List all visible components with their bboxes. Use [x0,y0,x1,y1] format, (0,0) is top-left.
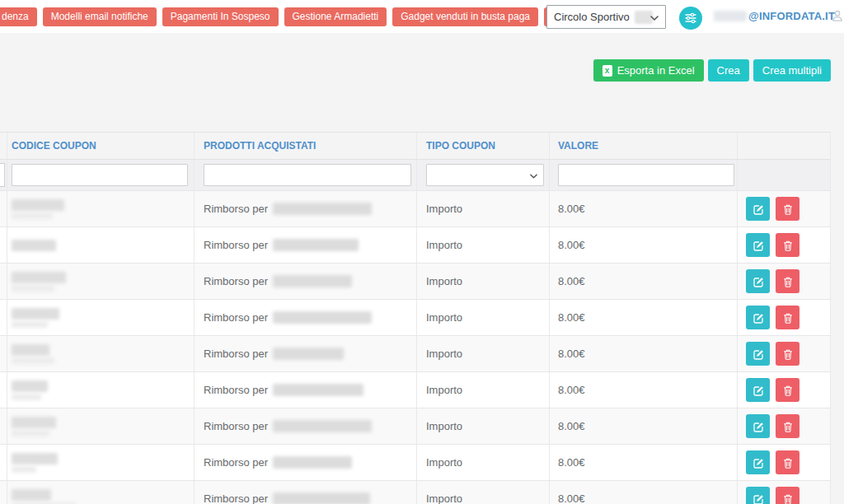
header-valore[interactable]: VALORE [558,140,598,152]
table-row: Rimborso per Importo 8.00€ [0,480,831,504]
filter-tipo-coupon-select[interactable] [426,164,544,186]
nav-button-pagamenti-sospeso[interactable]: Pagamenti In Sospeso [162,7,279,26]
valore-cell: 8.00€ [558,420,585,432]
chevron-down-icon [650,16,659,21]
valore-cell: 8.00€ [558,203,585,215]
user-account-link[interactable]: @INFORDATA.IT [714,10,835,22]
redacted-product [273,384,363,396]
coupons-table: CODICE COUPON PRODOTTI ACQUISTATI TIPO C… [0,132,831,504]
tipo-cell: Importo [426,239,462,251]
table-filter-row [0,160,831,190]
filter-prodotti-input[interactable] [204,164,411,186]
trash-icon [782,421,794,432]
filter-input-fragment[interactable] [0,163,5,187]
valore-cell: 8.00€ [558,239,585,251]
header-tipo-coupon[interactable]: TIPO COUPON [426,140,495,152]
table-row: Rimborso per Importo 8.00€ [0,444,831,480]
delete-button[interactable] [776,487,799,504]
edit-button[interactable] [746,414,770,438]
export-excel-button[interactable]: x Esporta in Excel [593,59,704,82]
nav-button-modelli-email[interactable]: Modelli email notifiche [43,7,157,26]
prodotti-cell: Rimborso per [204,348,268,360]
nav-button-gadget-busta-paga[interactable]: Gadget venduti in busta paga [392,7,538,26]
prodotti-cell: Rimborso per [204,203,268,215]
edit-button[interactable] [746,487,770,504]
trash-icon [782,348,794,360]
redacted-product [273,311,372,324]
valore-cell: 8.00€ [558,311,585,324]
valore-cell: 8.00€ [558,492,585,504]
edit-button[interactable] [746,450,770,474]
prodotti-cell: Rimborso per [204,384,268,396]
edit-button[interactable] [746,378,770,402]
header-cell-spacer [0,133,7,159]
edit-button[interactable] [746,233,770,257]
prodotti-cell: Rimborso per [204,492,268,504]
email-domain: @INFORDATA.IT [748,10,835,22]
trash-icon [782,457,794,469]
nav-button-gestione-armadietti[interactable]: Gestione Armadietti [284,7,387,26]
edit-icon [753,348,764,360]
top-bar: denza Modelli email notifiche Pagamenti … [0,0,844,33]
redacted-product [273,239,359,251]
table-row: Rimborso per Importo 8.00€ [0,263,831,299]
trash-icon [782,493,794,504]
redacted-product [273,420,372,432]
settings-sliders-button[interactable] [679,7,702,30]
trash-icon [782,312,794,324]
action-toolbar: x Esporta in Excel Crea Crea multipli [593,59,831,82]
header-actions [738,133,831,159]
table-header-row: CODICE COUPON PRODOTTI ACQUISTATI TIPO C… [0,133,831,160]
header-prodotti-acquistati[interactable]: PRODOTTI ACQUISTATI [204,140,316,152]
edit-icon [753,457,764,469]
tipo-cell: Importo [426,203,462,215]
excel-file-icon: x [603,65,612,77]
tipo-cell: Importo [426,275,462,287]
tipo-cell: Importo [426,311,462,324]
edit-button[interactable] [746,197,770,221]
user-profile-button[interactable] [831,9,844,26]
filter-codice-coupon-input[interactable] [12,164,188,186]
table-row: Rimborso per Importo 8.00€ [0,408,831,444]
edit-icon [753,493,764,504]
delete-button[interactable] [776,342,799,366]
redacted-email-user [714,11,747,21]
redacted-coupon-code [12,272,66,292]
table-row: Rimborso per Importo 8.00€ [0,335,831,371]
delete-button[interactable] [776,306,799,329]
redacted-coupon-code [12,240,56,251]
redacted-coupon-code [12,453,58,473]
delete-button[interactable] [776,233,799,257]
club-select[interactable]: Circolo Sportivo [546,5,666,29]
edit-button[interactable] [746,306,770,329]
edit-button[interactable] [746,342,770,366]
tipo-cell: Importo [426,492,462,504]
delete-button[interactable] [776,269,799,293]
trash-icon [782,385,794,396]
redacted-coupon-code [12,344,54,364]
club-select-value: Circolo Sportivo [554,11,630,23]
redacted-coupon-code [12,489,76,504]
tipo-cell: Importo [426,348,462,360]
delete-button[interactable] [776,378,799,402]
edit-icon [753,312,764,324]
create-multiple-button[interactable]: Crea multipli [753,59,831,82]
prodotti-cell: Rimborso per [204,456,268,469]
redacted-coupon-code [12,199,64,219]
edit-button[interactable] [746,269,770,293]
redacted-product [273,456,352,469]
filter-valore-input[interactable] [558,164,734,186]
table-row: Rimborso per Importo 8.00€ [0,190,831,226]
valore-cell: 8.00€ [558,384,585,396]
tipo-cell: Importo [426,420,462,432]
prodotti-cell: Rimborso per [204,275,268,287]
header-codice-coupon[interactable]: CODICE COUPON [12,140,96,152]
delete-button[interactable] [776,197,799,221]
delete-button[interactable] [776,414,799,438]
prodotti-cell: Rimborso per [204,420,268,432]
create-button[interactable]: Crea [708,59,749,82]
delete-button[interactable] [776,450,799,474]
tipo-cell: Importo [426,456,462,469]
nav-button-scadenza-partial[interactable]: denza [0,7,37,26]
tipo-cell: Importo [426,384,462,396]
